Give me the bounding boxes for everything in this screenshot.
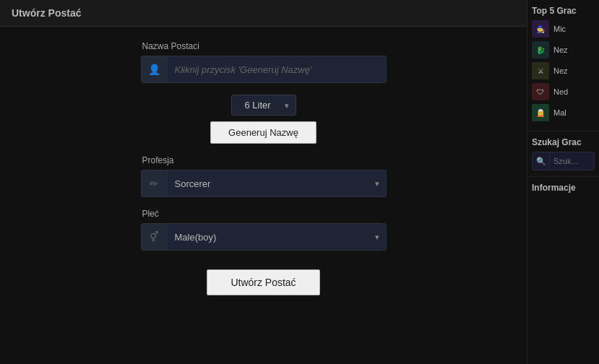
info-section: Informacje [527, 177, 599, 203]
profesja-dropdown-arrow: ▾ [369, 170, 386, 196]
create-character-button[interactable]: Utwórz Postać [207, 269, 319, 295]
list-item[interactable]: 🐉 Nez [532, 41, 595, 58]
profesja-field-group: Profesja ✏ Sorcerer Knight Paladin Druid… [141, 155, 387, 197]
player-name: Ned [553, 87, 568, 96]
create-character-form: Nazwa Postaci 👤 4 Litery 5 Liter 6 Liter… [0, 27, 527, 310]
search-input[interactable] [550, 157, 595, 165]
pencil-icon: ✏ [142, 170, 168, 196]
list-item[interactable]: 🧙 Mic [532, 20, 595, 38]
search-box: 🔍 [532, 152, 595, 170]
nazwa-label: Nazwa Postaci [142, 41, 387, 51]
nazwa-input-wrapper: 👤 [141, 56, 387, 83]
list-item[interactable]: ⚔ Nez [532, 62, 595, 79]
player-name: Nez [553, 66, 568, 75]
main-panel: Utwórz Postać Nazwa Postaci 👤 4 Litery 5… [0, 0, 527, 364]
profesja-select[interactable]: Sorcerer Knight Paladin Druid [168, 170, 369, 196]
user-icon: 👤 [142, 56, 168, 82]
info-title: Informacje [532, 183, 595, 193]
plec-select[interactable]: Male(boy) Female(girl) [168, 224, 369, 250]
avatar: ⚔ [532, 62, 549, 79]
player-name: Nez [553, 46, 568, 54]
avatar: 🛡 [532, 83, 549, 100]
generate-name-button[interactable]: Geeneruj Nazwę [210, 121, 316, 144]
search-icon: 🔍 [533, 152, 550, 170]
liter-select[interactable]: 4 Litery 5 Liter 6 Liter 7 Liter 8 Liter [231, 95, 296, 116]
sidebar: Top 5 Grac 🧙 Mic 🐉 Nez ⚔ Nez 🛡 Ned [527, 0, 599, 364]
profesja-label: Profesja [142, 155, 387, 165]
plec-dropdown-arrow: ▾ [369, 224, 386, 250]
liter-select-wrapper: 4 Litery 5 Liter 6 Liter 7 Liter 8 Liter… [231, 95, 296, 116]
page-title: Utwórz Postać [0, 0, 527, 27]
search-title: Szukaj Grac [532, 137, 595, 147]
player-name: Mic [553, 25, 566, 33]
top5-title: Top 5 Grac [532, 6, 595, 16]
avatar: 🧝 [532, 104, 549, 121]
top5-section: Top 5 Grac 🧙 Mic 🐉 Nez ⚔ Nez 🛡 Ned [527, 0, 599, 131]
plec-field-group: Płeć ⚥ Male(boy) Female(girl) ▾ [141, 209, 387, 251]
avatar: 🐉 [532, 41, 549, 58]
plec-label: Płeć [142, 209, 387, 219]
plec-select-wrapper: ⚥ Male(boy) Female(girl) ▾ [141, 223, 387, 251]
list-item[interactable]: 🧝 Mal [532, 104, 595, 121]
nazwa-field-group: Nazwa Postaci 👤 [141, 41, 387, 83]
avatar: 🧙 [532, 20, 549, 38]
profesja-select-wrapper: ✏ Sorcerer Knight Paladin Druid ▾ [141, 170, 387, 197]
liter-row: 4 Litery 5 Liter 6 Liter 7 Liter 8 Liter… [141, 95, 387, 144]
search-section: Szukaj Grac 🔍 [527, 131, 599, 177]
nazwa-input[interactable] [168, 56, 386, 82]
list-item[interactable]: 🛡 Ned [532, 83, 595, 100]
player-name: Mal [553, 108, 566, 117]
gender-icon: ⚥ [142, 224, 168, 250]
